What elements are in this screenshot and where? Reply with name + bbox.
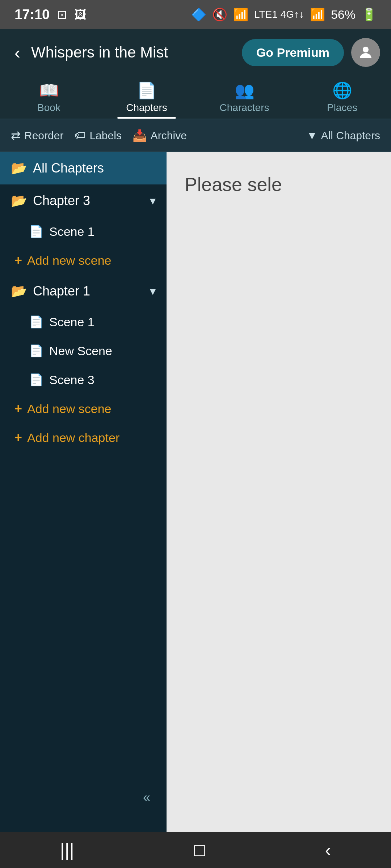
chapter-1-new-scene[interactable]: 📄 New Scene [0,336,167,365]
chapter-3-title: Chapter 3 [33,193,144,208]
back-nav-button[interactable]: ‹ [311,836,346,864]
labels-label: Labels [89,129,121,142]
chapter-3-scene-1-title: Scene 1 [49,225,94,239]
mute-icon: 🔇 [212,7,227,22]
go-premium-button[interactable]: Go Premium [242,39,344,66]
characters-icon: 👥 [235,81,255,100]
bottom-nav: ||| □ ‹ [0,832,391,868]
tab-places[interactable]: 🌐 Places [293,76,391,119]
battery-icon: 🔋 [361,7,377,22]
home-icon: □ [194,839,205,860]
recent-apps-button[interactable]: ||| [46,836,89,864]
tab-places-label: Places [327,102,357,114]
reorder-button[interactable]: ⇄ Reorder [11,129,63,142]
chapter-3-add-scene-plus-icon: + [14,253,22,268]
tab-chapters-label: Chapters [126,102,167,114]
chapter-1-chevron-icon: ▾ [150,284,156,298]
chapter-1-add-scene-plus-icon: + [14,401,22,416]
bluetooth-icon: 🔷 [191,7,206,22]
labels-button[interactable]: 🏷 Labels [74,129,121,142]
chapter-1-scene-1[interactable]: 📄 Scene 1 [0,307,167,336]
chapter-1-scene-3[interactable]: 📄 Scene 3 [0,365,167,394]
all-chapters-header[interactable]: 📂 All Chapters [0,152,167,184]
chapter-1-scene-3-icon: 📄 [29,373,43,387]
right-panel: Please sele [167,152,391,832]
tab-characters[interactable]: 👥 Characters [196,76,293,119]
places-icon: 🌐 [332,81,352,100]
tab-book-label: Book [37,102,60,114]
chapter-1-new-scene-icon: 📄 [29,344,43,358]
add-chapter-plus-icon: + [14,430,22,445]
chapter-3-add-scene-button[interactable]: + Add new scene [0,246,167,275]
app-header: ‹ Whispers in the Mist Go Premium [0,29,391,76]
archive-icon: 📥 [133,129,147,142]
collapse-sidebar-button[interactable]: « [134,785,159,810]
all-chapters-filter[interactable]: ▼ All Chapters [307,129,380,142]
all-chapters-label: All Chapters [33,161,104,176]
tab-chapters[interactable]: 📄 Chapters [98,76,196,119]
gallery-icon: 🖼 [74,8,87,22]
labels-icon: 🏷 [74,129,86,142]
avatar[interactable] [351,38,380,67]
back-button[interactable]: ‹ [11,39,24,66]
main-content: 📂 All Chapters 📂 Chapter 3 ▾ 📄 Scene 1 +… [0,152,391,832]
collapse-icon: « [143,790,150,805]
all-chapters-folder-icon: 📂 [11,161,27,176]
add-chapter-button[interactable]: + Add new chapter [0,423,167,452]
chapter-3-chevron-icon: ▾ [150,194,156,208]
lte-icon: LTE1 4G↑↓ [254,9,304,20]
sim-icon: ⊡ [57,7,67,22]
chapter-1-scene-3-title: Scene 3 [49,373,94,387]
all-chapters-filter-label: All Chapters [321,129,380,142]
status-bar: 17:10 ⊡ 🖼 🔷 🔇 📶 LTE1 4G↑↓ 📶 56% 🔋 [0,0,391,29]
signal-icon: 📶 [310,7,325,22]
chapter-1-header[interactable]: 📂 Chapter 1 ▾ [0,275,167,307]
home-button[interactable]: □ [180,836,219,864]
chapter-1-group: 📂 Chapter 1 ▾ 📄 Scene 1 📄 New Scene 📄 Sc… [0,275,167,423]
tab-characters-label: Characters [220,102,269,114]
svg-point-0 [363,47,369,52]
filter-funnel-icon: ▼ [307,129,318,142]
archive-label: Archive [151,129,187,142]
chapter-1-folder-icon: 📂 [11,284,27,299]
chapter-1-scene-1-title: Scene 1 [49,315,94,329]
chapter-3-header[interactable]: 📂 Chapter 3 ▾ [0,184,167,217]
status-left: 17:10 ⊡ 🖼 [14,7,87,22]
chapter-1-add-scene-button[interactable]: + Add new scene [0,394,167,423]
reorder-icon: ⇄ [11,129,21,142]
chapter-3-scene-1[interactable]: 📄 Scene 1 [0,217,167,246]
chapter-1-title: Chapter 1 [33,284,144,299]
filter-bar: ⇄ Reorder 🏷 Labels 📥 Archive ▼ All Chapt… [0,119,391,152]
back-nav-icon: ‹ [325,839,331,860]
chapter-3-folder-icon: 📂 [11,193,27,208]
battery-pct: 56% [331,8,356,22]
reorder-label: Reorder [24,129,63,142]
chapter-1-scene-1-icon: 📄 [29,315,43,329]
wifi-icon: 📶 [233,7,248,22]
chapter-3-scene-1-icon: 📄 [29,225,43,238]
status-time: 17:10 [14,7,50,22]
book-icon: 📖 [39,81,59,100]
recent-apps-icon: ||| [60,839,74,860]
status-right: 🔷 🔇 📶 LTE1 4G↑↓ 📶 56% 🔋 [191,7,377,22]
chapter-3-group: 📂 Chapter 3 ▾ 📄 Scene 1 + Add new scene [0,184,167,275]
chapters-icon: 📄 [137,81,157,100]
add-chapter-label: Add new chapter [27,431,119,445]
sidebar: 📂 All Chapters 📂 Chapter 3 ▾ 📄 Scene 1 +… [0,152,167,832]
chapter-1-add-scene-label: Add new scene [27,402,112,416]
tab-book[interactable]: 📖 Book [0,76,98,119]
chapter-3-add-scene-label: Add new scene [27,254,112,268]
app-title: Whispers in the Mist [31,44,235,61]
tab-bar: 📖 Book 📄 Chapters 👥 Characters 🌐 Places [0,76,391,119]
please-select-text: Please sele [185,174,282,195]
archive-button[interactable]: 📥 Archive [133,129,187,142]
chapter-1-new-scene-title: New Scene [49,344,112,358]
